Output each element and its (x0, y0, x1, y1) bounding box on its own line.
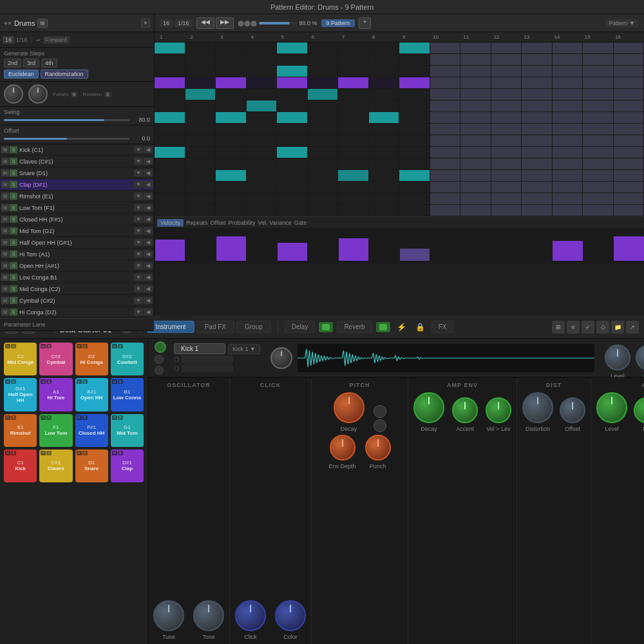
cell[interactable] (491, 158, 522, 169)
delay-fx-btn[interactable]: Delay (285, 321, 316, 333)
cell[interactable] (430, 124, 461, 135)
cell[interactable] (430, 170, 461, 181)
vel-variance-tab[interactable]: Vel. Variance (258, 220, 291, 226)
cell[interactable] (155, 158, 185, 169)
pad-closed-hh[interactable]: MS F#1 Closed HH (75, 414, 108, 447)
cell[interactable] (369, 182, 400, 193)
vel-bar[interactable] (339, 238, 369, 261)
track-audio[interactable]: ◀ (144, 216, 153, 223)
cell[interactable] (308, 205, 339, 216)
track-menu[interactable]: ▼ (134, 262, 143, 269)
cell[interactable] (583, 135, 614, 146)
pad-low-conna[interactable]: MS B1 Low Conna (111, 378, 144, 411)
cell[interactable] (553, 100, 583, 111)
cell[interactable] (460, 43, 491, 53)
pad-mid-tom[interactable]: MS G1 Mid Tom (111, 414, 144, 447)
cell[interactable] (491, 77, 522, 88)
solo-btn[interactable]: S (10, 308, 17, 316)
track-audio[interactable]: ◀ (144, 169, 153, 176)
cell[interactable] (491, 135, 522, 146)
cell[interactable] (522, 100, 553, 111)
cell[interactable] (522, 43, 553, 53)
cell[interactable] (583, 205, 614, 216)
cell[interactable] (430, 205, 461, 216)
track-menu[interactable]: ▼ (134, 251, 143, 258)
cell[interactable] (553, 193, 583, 204)
cell[interactable] (399, 77, 430, 88)
cell[interactable] (308, 193, 339, 204)
pad-half-open-hh[interactable]: MS G#1 Half Open HH (4, 378, 37, 411)
solo-btn[interactable]: S (10, 274, 17, 281)
cell[interactable] (491, 182, 522, 193)
cell[interactable] (460, 100, 491, 111)
cell[interactable] (338, 100, 369, 111)
cell[interactable] (399, 124, 430, 135)
cell[interactable] (614, 77, 645, 88)
vel-lev-knob[interactable] (486, 397, 511, 423)
cell[interactable] (430, 100, 461, 111)
cell[interactable] (583, 124, 614, 135)
cell[interactable] (369, 158, 400, 169)
track-type-btn[interactable]: ▤ (37, 19, 48, 28)
cell[interactable] (553, 77, 583, 88)
cell[interactable] (399, 112, 430, 123)
padfx-tab[interactable]: Pad FX (196, 321, 234, 333)
kick1-btn[interactable]: Kick 1 (174, 343, 225, 354)
cell[interactable] (277, 205, 308, 216)
cell[interactable] (460, 182, 491, 193)
cell[interactable] (277, 135, 308, 146)
pad-cowbell[interactable]: MS D#2 Cowbell (111, 343, 144, 375)
cell[interactable] (369, 135, 400, 146)
solo-btn[interactable]: S (10, 297, 17, 304)
cell[interactable] (614, 112, 645, 123)
cell[interactable] (247, 158, 278, 169)
cell[interactable] (155, 182, 185, 193)
solo-btn[interactable]: S (10, 239, 17, 246)
track-menu[interactable]: ▼ (134, 146, 143, 153)
track-audio[interactable]: ◀ (144, 285, 153, 292)
cell[interactable] (185, 100, 216, 111)
cell[interactable] (369, 89, 400, 100)
pan-knob[interactable] (636, 345, 644, 370)
cell[interactable] (614, 66, 645, 77)
cell[interactable] (399, 100, 430, 111)
volume-slider[interactable] (259, 22, 298, 24)
cell[interactable] (491, 170, 522, 181)
cell[interactable] (614, 182, 645, 193)
track-menu[interactable]: ▼ (134, 297, 143, 304)
cell[interactable] (369, 147, 400, 158)
cell[interactable] (338, 54, 369, 65)
track-audio[interactable]: ◀ (144, 297, 153, 304)
mute-btn[interactable]: M (1, 169, 9, 176)
cell[interactable] (522, 112, 553, 123)
cell[interactable] (155, 66, 185, 77)
pitch-lfo-btn[interactable] (374, 405, 386, 418)
cell[interactable] (430, 135, 461, 146)
cell[interactable] (369, 193, 400, 204)
cell[interactable] (369, 43, 400, 53)
cell[interactable] (614, 124, 645, 135)
cell[interactable] (583, 43, 614, 53)
cell[interactable] (553, 124, 583, 135)
track-audio[interactable]: ◀ (144, 193, 153, 200)
grid-view-btn[interactable]: ⊞ (552, 321, 565, 334)
cell[interactable] (399, 135, 430, 146)
pad-cymbal[interactable]: MS C#2 Cymbal (39, 343, 72, 375)
track-menu[interactable]: ▼ (134, 227, 143, 234)
cell[interactable] (399, 205, 430, 216)
cell[interactable] (430, 112, 461, 123)
cell[interactable] (277, 54, 308, 65)
cell[interactable] (185, 124, 216, 135)
mute-btn[interactable]: M (1, 158, 9, 165)
track-audio[interactable]: ◀ (144, 274, 153, 281)
cell[interactable] (308, 100, 339, 111)
amp-fx-knob[interactable] (634, 397, 644, 423)
cell[interactable] (155, 89, 185, 100)
mute-btn[interactable]: M (1, 227, 9, 234)
cell[interactable] (460, 170, 491, 181)
cell[interactable] (247, 182, 278, 193)
solo-btn[interactable]: S (10, 227, 17, 234)
cell[interactable] (216, 112, 247, 123)
cell[interactable] (460, 135, 491, 146)
cell[interactable] (614, 158, 645, 169)
